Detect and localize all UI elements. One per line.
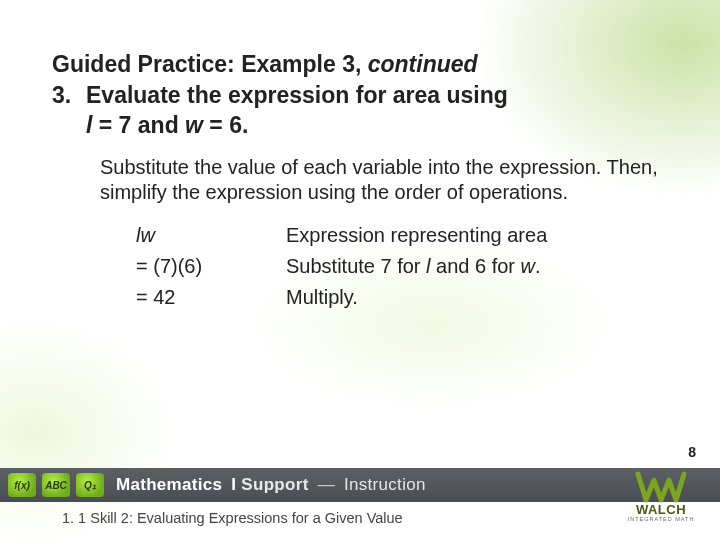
step-post: = 6.: [203, 112, 248, 138]
walch-subtext: INTEGRATED MATH: [618, 516, 704, 522]
sub-w: w: [521, 255, 535, 277]
table-row: = (7)(6) Substitute 7 for l and 6 for w.: [136, 255, 668, 278]
work-table: lw Expression representing area = (7)(6)…: [136, 224, 668, 309]
table-cell-right: Substitute 7 for l and 6 for w.: [286, 255, 541, 278]
table-cell-left: lw: [136, 224, 286, 247]
footer-bar: f(x) ABC Q₁ Mathematics I Support — Inst…: [0, 468, 720, 502]
step-line-2: l = 7 and w = 6.: [86, 111, 668, 141]
step-mid: = 7 and: [92, 112, 185, 138]
table-cell-right: Expression representing area: [286, 224, 547, 247]
brand-part-1: Mathematics: [116, 475, 222, 494]
brand-text: Mathematics I Support — Instruction: [116, 475, 426, 495]
step-number: 3.: [52, 81, 86, 111]
body-text: Substitute the value of each variable in…: [100, 155, 660, 206]
step-line-1: 3. Evaluate the expression for area usin…: [52, 81, 668, 111]
footer: f(x) ABC Q₁ Mathematics I Support — Inst…: [0, 468, 720, 540]
sub-b: and 6 for: [431, 255, 521, 277]
title-main: Guided Practice: Example 3,: [52, 51, 368, 77]
walch-text: WALCH: [618, 502, 704, 517]
sub-a: Substitute 7 for: [286, 255, 426, 277]
brand-part-3: Instruction: [344, 475, 426, 494]
sub-c: .: [535, 255, 541, 277]
slide-title: Guided Practice: Example 3, continued: [52, 50, 668, 79]
table-row: lw Expression representing area: [136, 224, 668, 247]
chip-abc-icon: ABC: [42, 473, 70, 497]
title-continued: continued: [368, 51, 478, 77]
var-w: w: [185, 112, 203, 138]
brand-part-2: Support: [241, 475, 308, 494]
step-text-1: Evaluate the expression for area using: [86, 81, 508, 111]
table-row: = 42 Multiply.: [136, 286, 668, 309]
chip-q-icon: Q₁: [76, 473, 104, 497]
slide-content: Guided Practice: Example 3, continued 3.…: [0, 0, 720, 540]
expr-w: w: [140, 224, 154, 246]
walch-w-icon: [634, 470, 688, 504]
table-cell-left: = 42: [136, 286, 286, 309]
chip-fx-icon: f(x): [8, 473, 36, 497]
table-cell-left: = (7)(6): [136, 255, 286, 278]
walch-logo: WALCH INTEGRATED MATH: [618, 470, 704, 532]
table-cell-right: Multiply.: [286, 286, 358, 309]
footer-caption: 1. 1 Skill 2: Evaluating Expressions for…: [62, 510, 403, 526]
